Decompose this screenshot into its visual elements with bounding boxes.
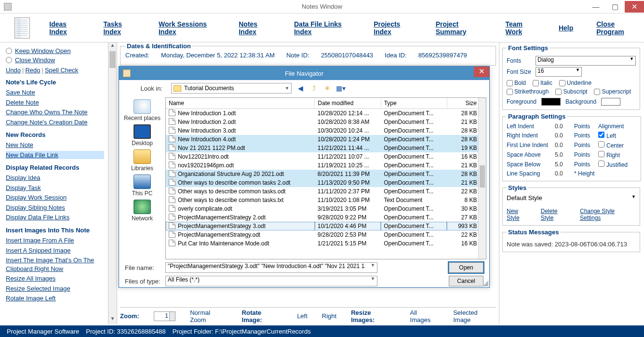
files-of-type-combo[interactable]: All Files (*.*)▼ <box>165 276 377 286</box>
menu-project-summary[interactable]: Project Summary <box>436 20 483 36</box>
save-note-link[interactable]: Save Note <box>6 88 104 97</box>
resize-selected-link[interactable]: Selected Image <box>453 309 496 324</box>
file-row[interactable]: New Introduction 2.odt10/28/2020 8:38 AM… <box>166 118 486 126</box>
insert-image-file-link[interactable]: Insert Image From A File <box>6 236 104 245</box>
new-style-link[interactable]: New Style <box>507 208 532 221</box>
align-justified-checkbox[interactable] <box>598 161 604 167</box>
spell-check-link[interactable]: Spell Check <box>45 67 78 74</box>
keep-window-open-radio[interactable] <box>6 48 12 54</box>
file-row[interactable]: Other ways to describe common tasks.txt1… <box>166 196 486 204</box>
display-data-file-links-link[interactable]: Display Data File Links <box>6 213 104 222</box>
file-row[interactable]: nov192021946pm.odt11/19/2021 10:25 ...Op… <box>166 161 486 170</box>
file-row[interactable]: New Introduction 4.odt10/28/2020 1:24 PM… <box>166 135 486 144</box>
place-desktop[interactable]: Desktop <box>132 124 153 147</box>
new-folder-icon[interactable]: ✳ <box>322 83 332 93</box>
new-note-link[interactable]: New Note <box>6 141 104 149</box>
background-swatch[interactable] <box>601 98 620 106</box>
normal-zoom-link[interactable]: Normal Zoom <box>190 309 227 324</box>
look-in-combo[interactable]: Tutorial Documents ▼ <box>171 83 292 94</box>
file-row[interactable]: ProjectManagementStrategy 2.odt9/28/2020… <box>166 213 486 222</box>
change-creation-date-link[interactable]: Change Note's Creation Date <box>6 118 104 127</box>
col-name[interactable]: Name <box>166 98 315 109</box>
back-icon[interactable]: ◀ <box>295 83 305 93</box>
new-data-file-link[interactable]: New Data File Link <box>6 151 104 160</box>
superscript-checkbox[interactable]: Superscript <box>594 88 631 95</box>
foreground-swatch[interactable] <box>541 98 561 106</box>
file-row[interactable]: Organizational Structure Aug 20 2021.odt… <box>166 170 486 178</box>
file-row[interactable]: Other ways to describe common tasks.odt1… <box>166 187 486 196</box>
menu-close-program[interactable]: Close Program <box>596 20 637 36</box>
place-libraries[interactable]: Libraries <box>131 149 153 172</box>
file-row[interactable]: New Introduction 3.odt10/30/2020 10:24 .… <box>166 126 486 135</box>
strikethrough-checkbox[interactable]: Strikethrough <box>507 88 549 95</box>
cancel-button[interactable]: Cancel <box>449 276 483 286</box>
resize-selected-image-link[interactable]: Resize Selected Image <box>6 284 104 293</box>
file-row[interactable]: ProjectManagementStrategy 3.odt10/1/2020… <box>166 222 486 230</box>
delete-note-link[interactable]: Delete Note <box>6 98 104 107</box>
undo-link[interactable]: Undo <box>6 67 21 74</box>
minimize-button[interactable]: — <box>586 1 605 13</box>
menu-tasks-index[interactable]: Tasks Index <box>103 20 135 36</box>
delete-style-link[interactable]: Delete Style <box>541 208 571 221</box>
align-center-checkbox[interactable] <box>598 141 604 148</box>
center-scrollbar[interactable]: ▲▼ <box>108 42 117 324</box>
maximize-button[interactable]: ▢ <box>605 1 625 13</box>
file-row[interactable]: Nov122021Intro.odt11/12/2021 10:07 ...Op… <box>166 152 486 161</box>
bold-checkbox[interactable]: Bold <box>507 80 526 86</box>
underline-checkbox[interactable]: Underline <box>559 80 591 86</box>
file-row[interactable]: Put Car Into Maintenance Mode.odt1/21/20… <box>166 239 486 248</box>
fonts-combo[interactable]: Dialog▼ <box>536 56 636 66</box>
col-date[interactable]: Date modified <box>315 98 381 109</box>
menu-ideas-index[interactable]: Ideas Index <box>49 20 80 36</box>
display-work-session-link[interactable]: Display Work Session <box>6 193 104 202</box>
file-name-combo[interactable]: "ProjectManagementStrategy 3.odt" "New I… <box>165 262 377 273</box>
col-type[interactable]: Type <box>381 98 447 109</box>
change-style-settings-link[interactable]: Change Style Settings <box>580 208 636 221</box>
file-row[interactable]: overly complicate.odt3/19/2021 3:05 PMOp… <box>166 204 486 213</box>
resize-all-link[interactable]: All Images <box>410 309 439 324</box>
insert-clipboard-image-link[interactable]: Insert The Image That's On The Clipboard… <box>6 256 104 273</box>
view-menu-icon[interactable]: ▦▾ <box>336 83 346 93</box>
menu-data-file-links-index[interactable]: Data File Links Index <box>294 20 350 36</box>
menu-work-sessions-index[interactable]: Work Sessions Index <box>159 20 215 36</box>
menu-projects-index[interactable]: Projects Index <box>374 20 413 36</box>
up-one-level-icon[interactable]: ⤴ <box>309 83 319 93</box>
resize-all-images-link[interactable]: Resize All Images <box>6 274 104 283</box>
redo-link[interactable]: Redo <box>25 67 40 74</box>
close-button[interactable]: ✕ <box>625 1 644 13</box>
menu-team-work[interactable]: Team Work <box>506 20 536 36</box>
subscript-checkbox[interactable]: Subscript <box>555 88 587 95</box>
align-left-checkbox[interactable] <box>598 132 604 138</box>
menu-help[interactable]: Help <box>559 24 573 32</box>
display-task-link[interactable]: Display Task <box>6 184 104 192</box>
font-size-combo[interactable]: 16▼ <box>536 67 582 77</box>
display-idea-link[interactable]: Display Idea <box>6 174 104 182</box>
italic-checkbox[interactable]: Italic <box>533 80 552 86</box>
rotate-image-left-link[interactable]: Rotate Image Left <box>6 294 104 303</box>
styles-combo[interactable]: Default Style▼ <box>507 194 636 205</box>
open-button[interactable]: Open <box>449 262 483 273</box>
keep-window-open-label[interactable]: Keep Window Open <box>15 47 71 54</box>
place-network[interactable]: Network <box>132 200 153 222</box>
dialog-close-button[interactable]: ✕ <box>474 67 489 77</box>
change-owner-link[interactable]: Change Who Owns The Note <box>6 108 104 117</box>
menu-notes-index[interactable]: Notes Index <box>239 20 271 36</box>
file-row[interactable]: Nov 21 2021 1122 PM.odt11/21/2021 11:44 … <box>166 144 486 152</box>
file-row[interactable]: Other ways to describe common tasks 2.od… <box>166 178 486 187</box>
rotate-left-link[interactable]: Left <box>297 312 308 320</box>
file-row[interactable]: New Introduction 1.odt10/28/2020 12:14 .… <box>166 109 486 118</box>
file-list-scrollbar[interactable] <box>478 98 486 259</box>
file-row[interactable]: ProjectManagementStrategy.odt9/28/2020 2… <box>166 230 486 239</box>
dialog-resize-grip[interactable] <box>483 281 488 286</box>
place-recent[interactable]: Recent places <box>124 99 161 121</box>
zoom-spinner[interactable]: 1 <box>154 311 175 321</box>
display-sibling-notes-link[interactable]: Display Sibling Notes <box>6 203 104 212</box>
close-window-radio[interactable] <box>6 57 12 63</box>
insert-snipped-image-link[interactable]: Insert A Snipped Image <box>6 246 104 255</box>
align-right-checkbox[interactable] <box>598 151 604 157</box>
place-this-pc[interactable]: This PC <box>132 175 153 197</box>
close-window-label[interactable]: Close Window <box>15 56 55 64</box>
rotate-right-link[interactable]: Right <box>322 312 336 320</box>
dialog-titlebar[interactable]: File Navigator ✕ <box>119 67 489 80</box>
file-list[interactable]: Name Date modified Type Size New Introdu… <box>165 97 486 259</box>
